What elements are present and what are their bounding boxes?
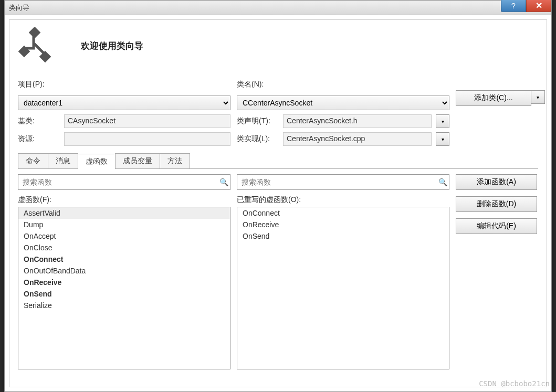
- header: 欢迎使用类向导: [18, 27, 538, 64]
- list-item[interactable]: OnConnect: [237, 207, 449, 219]
- left-pane: 🔍 虚函数(F): AssertValidDumpOnAcceptOnClose…: [18, 174, 230, 369]
- list-item[interactable]: OnClose: [18, 242, 230, 253]
- list-item[interactable]: Dump: [18, 219, 230, 230]
- base-class-field: CAsyncSocket: [64, 114, 230, 128]
- project-label: 项目(P):: [18, 80, 230, 89]
- virtual-funcs-label: 虚函数(F):: [18, 195, 230, 205]
- class-impl-label: 类实现(L):: [237, 134, 279, 144]
- left-column: 项目(P): datacenter1 基类: CAsyncSocket 资源:: [18, 80, 230, 146]
- overridden-label: 已重写的虚函数(O):: [237, 195, 449, 205]
- base-class-label: 基类:: [18, 116, 60, 126]
- list-item[interactable]: OnConnect: [18, 253, 230, 265]
- class-decl-dropdown[interactable]: ▾: [436, 114, 449, 128]
- side-buttons: 添加函数(A) 删除函数(D) 编辑代码(E): [456, 174, 540, 369]
- search-icon[interactable]: 🔍: [217, 178, 230, 186]
- watermark: CSDN @bcbobo21cn: [479, 379, 550, 388]
- search-left-input[interactable]: [18, 175, 217, 189]
- resource-field: [64, 132, 230, 146]
- class-decl-field: CenterAsyncSocket.h: [283, 114, 432, 128]
- add-class-button[interactable]: 添加类(C)...: [456, 90, 531, 106]
- help-button[interactable]: ?: [501, 0, 526, 12]
- list-item[interactable]: OnAccept: [18, 230, 230, 242]
- add-func-button[interactable]: 添加函数(A): [456, 174, 537, 190]
- tab-2[interactable]: 虚函数: [78, 154, 116, 169]
- virtual-funcs-list[interactable]: AssertValidDumpOnAcceptOnCloseOnConnectO…: [18, 207, 230, 369]
- panel: 🔍 虚函数(F): AssertValidDumpOnAcceptOnClose…: [18, 174, 538, 369]
- search-icon[interactable]: 🔍: [436, 178, 449, 186]
- del-func-button[interactable]: 删除函数(D): [456, 196, 537, 212]
- class-decl-label: 类声明(T):: [237, 116, 279, 126]
- list-item[interactable]: AssertValid: [18, 207, 230, 219]
- edit-code-button[interactable]: 编辑代码(E): [456, 218, 537, 234]
- close-button[interactable]: ✕: [526, 0, 551, 12]
- list-item[interactable]: OnReceive: [18, 277, 230, 288]
- search-right: 🔍: [237, 174, 449, 190]
- addclass-column: 添加类(C)... ▾: [456, 80, 545, 106]
- spacer: [456, 80, 545, 88]
- list-item[interactable]: OnSend: [237, 230, 449, 242]
- right-column: 类名(N): CCenterAsyncSocket 类声明(T): Center…: [237, 80, 449, 146]
- search-right-input[interactable]: [237, 175, 436, 189]
- right-pane: 🔍 已重写的虚函数(O): OnConnectOnReceiveOnSend: [237, 174, 449, 369]
- tab-3[interactable]: 成员变量: [115, 153, 160, 168]
- search-left: 🔍: [18, 174, 230, 190]
- titlebar: 类向导 ? ✕: [5, 1, 551, 15]
- class-name-select[interactable]: CCenterAsyncSocket: [237, 96, 449, 110]
- svg-rect-2: [39, 51, 51, 63]
- class-name-label: 类名(N):: [237, 80, 449, 89]
- wizard-window: 类向导 ? ✕ 欢迎使用类向导: [4, 0, 552, 392]
- resource-label: 资源:: [18, 134, 60, 144]
- tabs: 命令消息虚函数成员变量方法: [18, 153, 538, 169]
- add-class-dropdown[interactable]: ▾: [531, 90, 545, 104]
- welcome-text: 欢迎使用类向导: [81, 40, 143, 52]
- list-item[interactable]: Serialize: [18, 300, 230, 311]
- tab-1[interactable]: 消息: [48, 153, 78, 168]
- tab-4[interactable]: 方法: [160, 153, 190, 168]
- inner-panel: 欢迎使用类向导 项目(P): datacenter1 基类: CAsyncSoc…: [9, 19, 547, 387]
- add-class-split: 添加类(C)... ▾: [456, 90, 545, 106]
- content: 欢迎使用类向导 项目(P): datacenter1 基类: CAsyncSoc…: [5, 15, 551, 391]
- list-item[interactable]: OnReceive: [237, 219, 449, 230]
- class-impl-field: CenterAsyncSocket.cpp: [283, 132, 432, 146]
- list-item[interactable]: OnSend: [18, 288, 230, 300]
- wizard-logo-icon: [18, 27, 55, 64]
- list-item[interactable]: OnOutOfBandData: [18, 265, 230, 277]
- window-title: 类向导: [9, 3, 29, 13]
- titlebar-buttons: ? ✕: [501, 0, 551, 12]
- tab-0[interactable]: 命令: [18, 153, 48, 168]
- class-impl-dropdown[interactable]: ▾: [436, 132, 449, 146]
- project-select[interactable]: datacenter1: [18, 96, 230, 110]
- top-grid: 项目(P): datacenter1 基类: CAsyncSocket 资源: …: [18, 80, 538, 146]
- overridden-list[interactable]: OnConnectOnReceiveOnSend: [237, 207, 449, 369]
